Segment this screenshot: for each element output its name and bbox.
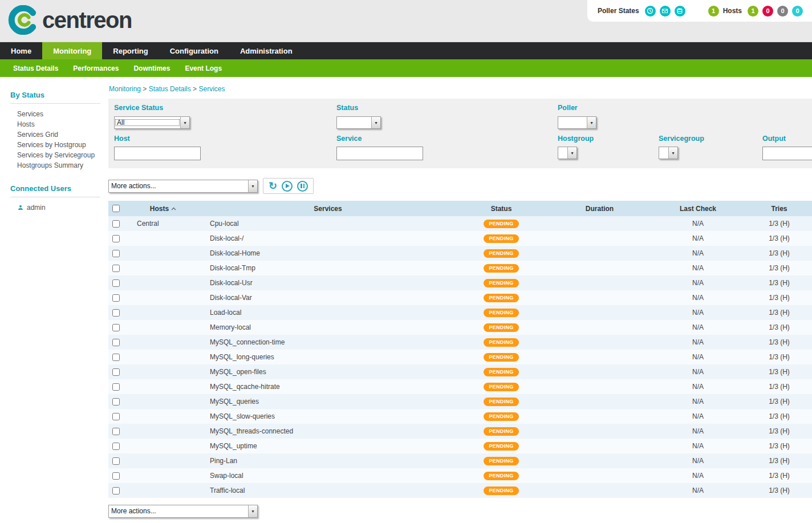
select-all-checkbox[interactable] [112, 205, 120, 212]
status-cell: PENDING [453, 368, 550, 376]
play-icon[interactable] [282, 181, 293, 192]
header-tries[interactable]: Tries [746, 205, 812, 213]
status-select[interactable]: ▾ [336, 116, 381, 129]
table-row: Swap-localPENDINGN/A1/3 (H) [108, 468, 812, 483]
header-status[interactable]: Status [453, 205, 550, 213]
row-checkbox[interactable] [112, 309, 120, 317]
subnav-item-performances[interactable]: Performances [66, 64, 126, 72]
row-checkbox-cell [108, 368, 123, 376]
service-status-select[interactable]: All ▾ [114, 116, 190, 129]
service-cell[interactable]: Disk-local-Tmp [203, 264, 453, 272]
service-cell[interactable]: Traffic-local [203, 486, 453, 494]
row-checkbox[interactable] [112, 487, 120, 494]
sidebar-item-services[interactable]: Services [10, 109, 100, 119]
hosts-unreachable-badge[interactable]: 0 [777, 6, 788, 17]
nav-item-administration[interactable]: Administration [229, 42, 303, 59]
tries-cell: 1/3 (H) [746, 234, 812, 242]
nav-item-monitoring[interactable]: Monitoring [42, 42, 102, 59]
subnav-item-downtimes[interactable]: Downtimes [126, 64, 177, 72]
row-checkbox[interactable] [112, 220, 120, 228]
sidebar-item-services-by-servicegroup[interactable]: Services by Servicegroup [10, 150, 100, 160]
host-input[interactable] [114, 147, 201, 160]
host-cell[interactable]: Central [123, 220, 203, 228]
service-cell[interactable]: Disk-local-Usr [203, 279, 453, 287]
service-cell[interactable]: Load-local [203, 309, 453, 317]
service-cell[interactable]: MySQL_slow-queries [203, 412, 453, 420]
row-checkbox[interactable] [112, 235, 120, 242]
last-check-cell: N/A [649, 309, 746, 317]
output-input[interactable] [762, 147, 812, 160]
service-cell[interactable]: Disk-local-Home [203, 249, 453, 257]
sidebar-item-hosts[interactable]: Hosts [10, 119, 100, 129]
servicegroup-select[interactable]: ▾ [659, 147, 678, 159]
breadcrumb-link-status-details[interactable]: Status Details [149, 85, 191, 93]
poller-select[interactable]: ▾ [558, 116, 596, 129]
row-checkbox[interactable] [112, 413, 120, 420]
service-cell[interactable]: Cpu-local [203, 220, 453, 228]
row-checkbox[interactable] [112, 398, 120, 406]
play-triangle [286, 184, 290, 188]
hosts-down-badge[interactable]: 0 [762, 6, 773, 17]
row-checkbox[interactable] [112, 339, 120, 346]
sidebar-item-services-by-hostgroup[interactable]: Services by Hostgroup [10, 140, 100, 150]
row-checkbox[interactable] [112, 457, 120, 465]
row-checkbox[interactable] [112, 265, 120, 272]
service-input[interactable] [336, 147, 423, 160]
hostgroup-select[interactable]: ▾ [558, 147, 577, 159]
tries-cell: 1/3 (H) [746, 279, 812, 287]
breadcrumb-link-monitoring[interactable]: Monitoring [109, 85, 141, 93]
nav-item-configuration[interactable]: Configuration [159, 42, 229, 59]
row-checkbox[interactable] [112, 428, 120, 435]
row-checkbox[interactable] [112, 279, 120, 287]
sidebar-item-services-grid[interactable]: Services Grid [10, 129, 100, 140]
mail-icon[interactable] [660, 6, 671, 17]
centreon-logo[interactable]: centreon [8, 5, 132, 35]
service-cell[interactable]: MySQL_open-files [203, 368, 453, 376]
service-cell[interactable]: MySQL_uptime [203, 442, 453, 450]
row-checkbox[interactable] [112, 250, 120, 257]
tries-cell: 1/3 (H) [746, 249, 812, 257]
row-checkbox[interactable] [112, 294, 120, 302]
service-cell[interactable]: MySQL_qcache-hitrate [203, 383, 453, 391]
row-checkbox[interactable] [112, 443, 120, 450]
last-check-cell: N/A [649, 486, 746, 494]
sidebar-item-hostgroups-summary[interactable]: Hostgroups Summary [10, 160, 100, 171]
subnav-item-status-details[interactable]: Status Details [6, 64, 66, 72]
row-checkbox[interactable] [112, 368, 120, 376]
service-cell[interactable]: Disk-local-Var [203, 294, 453, 302]
row-checkbox[interactable] [112, 472, 120, 480]
hosts-up-badge[interactable]: 1 [748, 6, 758, 17]
status-badge: PENDING [484, 220, 518, 228]
sidebar: By StatusServicesHostsServices GridServi… [0, 77, 108, 213]
header-last-check[interactable]: Last Check [649, 205, 746, 213]
status-cell: PENDING [453, 383, 550, 391]
service-cell[interactable]: MySQL_threads-connected [203, 427, 453, 435]
clock-icon[interactable] [645, 6, 656, 17]
service-cell[interactable]: MySQL_connection-time [203, 338, 453, 346]
refresh-icon[interactable]: ↻ [269, 181, 277, 191]
service-cell[interactable]: MySQL_long-queries [203, 353, 453, 361]
breadcrumb-link-services[interactable]: Services [198, 85, 225, 93]
service-cell[interactable]: Memory-local [203, 323, 453, 331]
database-icon[interactable] [675, 6, 685, 17]
status-cell: PENDING [453, 294, 550, 302]
nav-item-home[interactable]: Home [0, 42, 42, 59]
more-actions-select[interactable]: More actions... ▾ [108, 180, 258, 193]
service-cell[interactable]: MySQL_queries [203, 398, 453, 406]
hosts-pending-badge[interactable]: 0 [792, 6, 803, 17]
subnav-item-event-logs[interactable]: Event Logs [177, 64, 229, 72]
row-checkbox[interactable] [112, 324, 120, 331]
row-checkbox[interactable] [112, 383, 120, 391]
service-cell[interactable]: Disk-local-/ [203, 234, 453, 242]
nav-item-reporting[interactable]: Reporting [102, 42, 159, 59]
more-actions-select-bottom[interactable]: More actions... ▾ [108, 505, 258, 518]
pause-icon[interactable] [297, 181, 308, 192]
hosts-total-badge[interactable]: 1 [708, 6, 719, 17]
row-checkbox[interactable] [112, 354, 120, 361]
header-duration[interactable]: Duration [550, 205, 649, 213]
service-cell[interactable]: Swap-local [203, 472, 453, 480]
header-services[interactable]: Services [203, 205, 453, 213]
sidebar-item-admin[interactable]: admin [10, 202, 100, 213]
header-hosts[interactable]: Hosts [123, 204, 203, 213]
service-cell[interactable]: Ping-Lan [203, 457, 453, 465]
